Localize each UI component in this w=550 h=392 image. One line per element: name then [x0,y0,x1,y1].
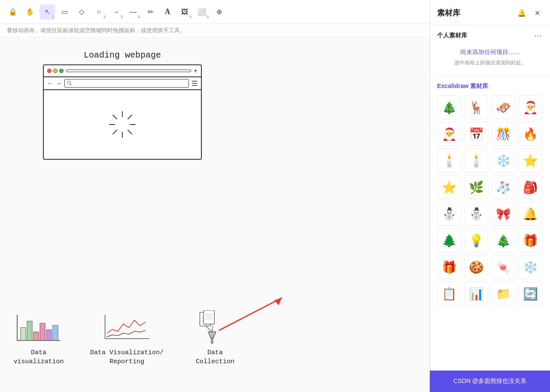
lock-tool-button[interactable]: 🔒 [5,4,21,20]
reindeer[interactable]: 🦌 [464,95,488,119]
gift-present[interactable]: 🎁 [437,255,461,279]
diamond-tool-button[interactable]: ◇ [74,4,89,20]
browser-window: + ← → ☰ [43,64,202,160]
sketches-row: Datavisualization Data Visualization/Rep… [13,310,241,366]
bell[interactable]: 🔔 [519,202,543,226]
data-table-1[interactable]: 📋 [437,282,461,306]
personal-section-header: 个人素材库 ⋯ [437,30,543,41]
candle-green[interactable]: 🕯️ [464,149,488,173]
canvas-hint: 要移动画布，请按住鼠标滚轮或空格键同时拖拽鼠标，或使用抓手工具。 [0,24,430,37]
snowflake[interactable]: ❄️ [492,149,516,173]
personal-section-menu[interactable]: ⋯ [533,30,543,41]
sidebar-content: 个人素材库 ⋯ 尚未添加任何项目…… 选中画布上的项目添加到此处。 Excali… [430,24,550,392]
canvas-content: Loading webpage + ← → [0,37,430,392]
candy-cane[interactable]: 🍬 [492,255,516,279]
dot-yellow [53,69,58,73]
gift-box[interactable]: 🎁 [519,228,543,252]
image-tool-button[interactable]: 🖼9 [177,4,192,20]
data-collection-sm[interactable]: 📁 [492,282,516,306]
browser-tab-area [66,70,191,72]
data-viz-chart [13,310,64,345]
ornament-teardrop[interactable]: 💡 [464,228,488,252]
svg-line-29 [212,326,213,332]
holly[interactable]: 🌿 [464,175,488,199]
svg-rect-12 [21,328,26,340]
gift-bag[interactable]: 🎅 [519,95,543,119]
ribbon-bow[interactable]: 🎀 [492,202,516,226]
svg-line-32 [219,298,282,330]
svg-rect-16 [46,330,52,340]
santa-bag[interactable]: 🎒 [519,175,543,199]
webpage-mockup: Loading webpage + ← → [43,50,202,160]
personal-library-section: 个人素材库 ⋯ 尚未添加任何项目…… 选中画布上的项目添加到此处。 [430,24,550,76]
sidebar-footer: CSDN @多面熊辣也没关系 [430,371,550,392]
data-viz-label: Datavisualization [13,348,64,366]
santa-hat[interactable]: 🎅 [437,122,461,146]
data-viz-reporting-chart [101,310,153,345]
sidebar: 素材库 🔔 ✕ 个人素材库 ⋯ 尚未添加任何项目…… 选中画布上的项目添加到此处… [430,0,550,392]
toolbar: 🔒✋↖1▭◇○4→5—6✏A🖼9⬜0⊕ [0,0,430,24]
svg-line-8 [128,115,132,119]
snowman-sketch[interactable]: ⛄ [464,202,488,226]
stocking[interactable]: 🧦 [492,175,516,199]
svg-line-7 [128,130,132,134]
data-transformation[interactable]: 🔄 [519,282,543,306]
snowman-color[interactable]: ⛄ [437,202,461,226]
footer-text: CSDN @多面熊辣也没关系 [453,377,526,385]
excalidraw-section-title: Excalidraw 素材库 [437,82,543,90]
gingerbread[interactable]: 🍪 [464,255,488,279]
svg-rect-31 [211,338,213,343]
dot-green [59,69,64,73]
hand-tool-button[interactable]: ✋ [22,4,38,20]
svg-rect-24 [204,310,214,324]
sidebar-header: 素材库 🔔 ✕ [430,0,550,24]
svg-rect-14 [33,332,39,340]
pen-tool-button[interactable]: ✏ [143,4,158,20]
address-bar[interactable] [64,79,189,88]
browser-body [44,90,201,159]
snow-paper[interactable]: ❄️ [519,255,543,279]
gold-star[interactable]: ⭐ [519,149,543,173]
data-viz-reporting-label: Data Visualization/Reporting [90,348,164,366]
ornament-ball[interactable]: 🎄 [492,228,516,252]
svg-line-6 [113,115,117,119]
line-tool-button[interactable]: —6 [125,4,141,20]
sidebar-close-btn[interactable]: ✕ [531,7,543,19]
fireplace[interactable]: 🔥 [519,122,543,146]
loading-spinner [105,107,140,142]
empty-library-title: 尚未添加任何项目…… [437,49,543,56]
empty-library-desc: 选中画布上的项目添加到此处。 [437,59,543,67]
nav-back[interactable]: ← [47,80,53,87]
more-tool-button[interactable]: ⊕ [211,4,227,20]
data-table-2[interactable]: 📊 [464,282,488,306]
candle-red[interactable]: 🕯️ [437,149,461,173]
empty-library: 尚未添加任何项目…… 选中画布上的项目添加到此处。 [437,45,543,70]
svg-rect-15 [40,323,45,340]
arrow-tool-button[interactable]: →5 [108,4,124,20]
search-icon-nav [67,80,73,86]
excalidraw-library-section: Excalidraw 素材库 🎄🦌🛷🎅🎅📅🎊🔥🕯️🕯️❄️⭐⭐🌿🧦🎒⛄⛄🎀🔔🌲💡… [430,76,550,312]
calendar-25[interactable]: 📅 [464,122,488,146]
eraser-tool-button[interactable]: ⬜0 [194,4,210,20]
text-tool-button[interactable]: A [160,4,175,20]
sidebar-notify-btn[interactable]: 🔔 [516,7,528,19]
ellipse-tool-button[interactable]: ○4 [91,4,106,20]
select-tool-button[interactable]: ↖1 [40,4,55,20]
browser-titlebar: + [44,65,201,77]
star-ornament[interactable]: ⭐ [437,175,461,199]
rect-tool-button[interactable]: ▭ [57,4,72,20]
nav-menu[interactable]: ☰ [191,79,198,88]
sidebar-header-actions: 🔔 ✕ [516,7,543,19]
browser-nav: ← → ☰ [44,77,201,90]
personal-section-title: 个人素材库 [437,32,467,40]
sketch-data-visualization: Datavisualization [13,310,64,366]
red-arrow [215,287,292,340]
sleigh[interactable]: 🛷 [492,95,516,119]
hint-text: 要移动画布，请按住鼠标滚轮或空格键同时拖拽鼠标，或使用抓手工具。 [7,27,185,33]
nav-forward[interactable]: → [56,80,62,87]
canvas-area: 🔒✋↖1▭◇○4→5—6✏A🖼9⬜0⊕ 要移动画布，请按住鼠标滚轮或空格键同时拖… [0,0,430,392]
christmas-wreath[interactable]: 🎊 [492,122,516,146]
santa-claus[interactable]: 🎄 [437,95,461,119]
webpage-title: Loading webpage [43,50,202,60]
christmas-tree[interactable]: 🌲 [437,228,461,252]
